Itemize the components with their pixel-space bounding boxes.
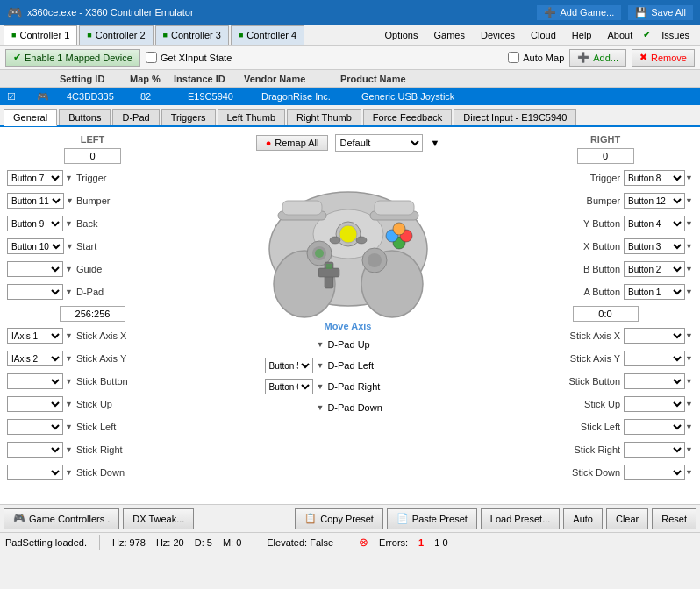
right-trigger-select[interactable]: Button 8 — [624, 170, 685, 186]
left-bumper-select[interactable]: Button 11 — [7, 193, 64, 209]
left-stick-up-arrow[interactable]: ▼ — [65, 400, 73, 408]
left-back-arrow[interactable]: ▼ — [65, 219, 73, 228]
paste-preset-button[interactable]: 📄 Paste Preset — [387, 508, 477, 529]
left-back-select[interactable]: Button 9 — [7, 216, 63, 231]
add-game-button[interactable]: ➕ Add Game... — [537, 5, 621, 20]
right-stick-btn-arrow[interactable]: ▼ — [685, 377, 693, 386]
left-start-select[interactable]: Button 10 — [7, 238, 64, 254]
menu-issues[interactable]: Issues — [654, 28, 696, 42]
menu-help[interactable]: Help — [565, 28, 599, 42]
auto-button[interactable]: Auto — [563, 508, 603, 529]
left-axis-val[interactable] — [60, 306, 125, 322]
load-preset-button[interactable]: Load Preset... — [481, 508, 561, 529]
right-a-arrow[interactable]: ▼ — [685, 287, 693, 296]
left-trigger-select[interactable]: Button 7 — [7, 170, 63, 186]
right-stick-left-select[interactable] — [624, 419, 685, 435]
left-stick-down-arrow[interactable]: ▼ — [65, 468, 73, 477]
get-xinput-checkbox[interactable] — [146, 52, 157, 63]
right-y-select[interactable]: Button 4 — [624, 216, 685, 231]
dpad-right-arrow[interactable]: ▼ — [317, 382, 325, 391]
right-stick-right-arrow[interactable]: ▼ — [685, 445, 693, 454]
tab-triggers[interactable]: Triggers — [161, 109, 216, 125]
dpad-left-select[interactable]: Button 5 — [265, 358, 313, 373]
menu-options[interactable]: Options — [378, 28, 425, 42]
dpad-right-select[interactable]: Button 6 — [265, 379, 313, 394]
tab-left-thumb[interactable]: Left Thumb — [218, 109, 285, 125]
dpad-up-arrow[interactable]: ▼ — [317, 340, 325, 349]
dx-tweak-button[interactable]: DX Tweak... — [123, 508, 194, 529]
right-axis-y-arrow[interactable]: ▼ — [685, 354, 693, 363]
preset-dropdown-arrow[interactable]: ▼ — [430, 138, 439, 148]
tab-buttons[interactable]: Buttons — [59, 109, 111, 125]
left-stick-btn-select[interactable] — [7, 373, 63, 389]
right-trigger-arrow[interactable]: ▼ — [685, 174, 693, 182]
right-axis-x-arrow[interactable]: ▼ — [685, 331, 693, 340]
menu-cloud[interactable]: Cloud — [524, 28, 563, 42]
right-a-select[interactable]: Button 1 — [624, 284, 685, 300]
left-axis-x-arrow[interactable]: ▼ — [65, 331, 73, 340]
left-axis-y-select[interactable]: IAxis 2 — [7, 351, 63, 366]
copy-preset-button[interactable]: 📋 Copy Preset — [295, 508, 383, 529]
table-row[interactable]: ☑ 🎮 4C3BD335 82 E19C5940 DragonRise Inc.… — [0, 88, 700, 105]
menu-about[interactable]: About — [600, 28, 639, 42]
left-guide-arrow[interactable]: ▼ — [65, 265, 73, 273]
right-stick-down-select[interactable] — [624, 465, 685, 480]
right-axis-val[interactable] — [573, 306, 639, 322]
left-stick-right-arrow[interactable]: ▼ — [65, 445, 73, 454]
add-button[interactable]: ➕ Add... — [569, 49, 626, 67]
tab-direct-input[interactable]: Direct Input - E19C5940 — [454, 109, 576, 125]
menu-devices[interactable]: Devices — [474, 28, 522, 42]
left-trigger-arrow[interactable]: ▼ — [65, 174, 73, 182]
preset-select[interactable]: Default — [335, 134, 423, 152]
dpad-left-arrow[interactable]: ▼ — [317, 361, 325, 370]
right-top-val[interactable] — [577, 148, 634, 164]
reset-button[interactable]: Reset — [652, 508, 696, 529]
right-bumper-arrow[interactable]: ▼ — [685, 196, 693, 205]
left-guide-select[interactable] — [7, 261, 63, 277]
right-stick-right-select[interactable] — [624, 442, 685, 458]
right-x-select[interactable]: Button 3 — [624, 238, 685, 254]
left-axis-y-arrow[interactable]: ▼ — [65, 354, 73, 363]
right-y-arrow[interactable]: ▼ — [685, 219, 693, 228]
enable-mapped-device-button[interactable]: ✔ Enable 1 Mapped Device — [5, 49, 140, 67]
right-axis-x-select[interactable] — [624, 328, 685, 344]
right-x-arrow[interactable]: ▼ — [685, 242, 693, 251]
svg-rect-11 — [318, 268, 339, 277]
right-b-arrow[interactable]: ▼ — [685, 265, 693, 273]
right-axis-y-select[interactable] — [624, 351, 685, 366]
right-stick-left-arrow[interactable]: ▼ — [685, 422, 693, 431]
left-axis-x-select[interactable]: IAxis 1 — [7, 328, 63, 344]
left-stick-left-select[interactable] — [7, 419, 63, 435]
remove-button[interactable]: ✖ Remove — [632, 49, 695, 67]
right-stick-down-arrow[interactable]: ▼ — [685, 468, 693, 477]
left-stick-left-arrow[interactable]: ▼ — [65, 422, 73, 431]
right-bumper-select[interactable]: Button 12 — [624, 193, 685, 209]
left-top-val[interactable] — [64, 148, 121, 164]
save-all-button[interactable]: 💾 Save All — [628, 5, 693, 20]
tab-controller1[interactable]: ■ Controller 1 — [4, 25, 77, 45]
left-stick-down-select[interactable] — [7, 465, 63, 480]
tab-force-feedback[interactable]: Force Feedback — [363, 109, 452, 125]
left-dpad-select[interactable] — [7, 284, 63, 300]
plus-icon: ➕ — [544, 7, 556, 18]
left-stick-up-select[interactable] — [7, 396, 63, 412]
tab-controller4[interactable]: ■ Controller 4 — [231, 25, 304, 45]
menu-games[interactable]: Games — [426, 28, 471, 42]
left-stick-right-select[interactable] — [7, 442, 63, 458]
right-stick-up-select[interactable] — [624, 396, 685, 412]
left-dpad-arrow[interactable]: ▼ — [65, 287, 73, 296]
tab-controller2[interactable]: ■ Controller 2 — [79, 25, 153, 45]
dpad-down-arrow[interactable]: ▼ — [317, 403, 325, 412]
tab-dpad[interactable]: D-Pad — [112, 109, 159, 125]
remap-all-button[interactable]: ● Remap All — [256, 135, 329, 151]
game-controllers-button[interactable]: 🎮 Game Controllers . — [4, 508, 119, 529]
clear-button[interactable]: Clear — [606, 508, 648, 529]
right-b-select[interactable]: Button 2 — [624, 261, 685, 277]
right-stick-btn-select[interactable] — [624, 373, 685, 389]
auto-map-checkbox[interactable] — [508, 52, 519, 63]
tab-right-thumb[interactable]: Right Thumb — [287, 109, 361, 125]
left-stick-btn-arrow[interactable]: ▼ — [65, 377, 73, 386]
right-stick-up-arrow[interactable]: ▼ — [685, 400, 693, 408]
tab-controller3[interactable]: ■ Controller 3 — [155, 25, 229, 45]
tab-general[interactable]: General — [4, 109, 57, 126]
